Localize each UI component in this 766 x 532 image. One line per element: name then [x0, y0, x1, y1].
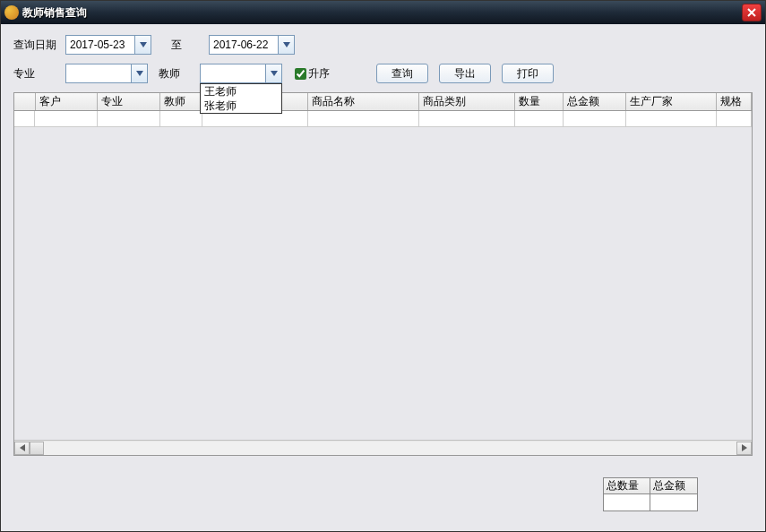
- grid-cell[interactable]: [419, 111, 515, 127]
- teacher-dropdown-list[interactable]: 王老师张老师: [200, 83, 282, 114]
- grid-header-customer[interactable]: 客户: [36, 93, 99, 110]
- summary-col: 总金额: [650, 478, 697, 511]
- summary-col: 总数量: [604, 478, 650, 511]
- chevron-left-icon: [20, 444, 25, 451]
- summary-header: 总金额: [650, 478, 697, 494]
- grid-header-maker[interactable]: 生产厂家: [626, 93, 717, 110]
- chevron-down-icon: [140, 42, 147, 47]
- to-label: 至: [171, 38, 182, 53]
- major-dropdown-btn[interactable]: [132, 64, 148, 83]
- scroll-track[interactable]: [30, 442, 736, 455]
- teacher-dropdown-btn[interactable]: [266, 64, 282, 83]
- query-button[interactable]: 查询: [376, 64, 428, 83]
- grid-cell[interactable]: [626, 111, 717, 127]
- filter-row-2: 专业 教师 王老师张老师 升序 查询 导出 打印: [13, 64, 753, 83]
- date-from-dropdown-btn[interactable]: [135, 35, 151, 55]
- summary-value: [650, 494, 697, 511]
- horizontal-scrollbar[interactable]: [14, 440, 752, 455]
- export-button[interactable]: 导出: [439, 64, 491, 83]
- window-title: 教师销售查询: [22, 5, 742, 21]
- grid-body: [14, 111, 752, 127]
- teacher-label: 教师: [159, 66, 194, 82]
- asc-checkbox-wrap[interactable]: 升序: [295, 66, 330, 82]
- grid-header-major[interactable]: 专业: [98, 93, 160, 110]
- teacher-select[interactable]: [200, 64, 266, 83]
- chevron-right-icon: [742, 444, 747, 451]
- scroll-left-btn[interactable]: [14, 442, 30, 455]
- teacher-option[interactable]: 张老师: [201, 99, 281, 113]
- grid-header-qty[interactable]: 数量: [515, 93, 564, 110]
- grid-header-goodsName[interactable]: 商品名称: [308, 93, 419, 110]
- asc-checkbox[interactable]: [295, 68, 306, 80]
- grid-cell[interactable]: [717, 111, 752, 127]
- grid-header-amount[interactable]: 总金额: [564, 93, 626, 110]
- date-to-input[interactable]: [209, 35, 279, 55]
- results-grid: 客户专业教师商品名称商品类别数量总金额生产厂家规格: [13, 92, 753, 456]
- chevron-down-icon: [283, 42, 290, 47]
- date-label: 查询日期: [13, 38, 65, 53]
- grid-cell[interactable]: [308, 111, 419, 127]
- filter-row-1: 查询日期 至: [13, 35, 753, 55]
- major-select-wrap: [65, 64, 148, 83]
- close-button[interactable]: [742, 4, 762, 21]
- scroll-right-btn[interactable]: [736, 442, 752, 455]
- app-icon: [4, 5, 19, 20]
- content-area: 查询日期 至 专业 教师 王老师张老师 升序 查询 导出 打印: [1, 24, 765, 531]
- date-from-input[interactable]: [65, 35, 135, 55]
- teacher-select-wrap: 王老师张老师: [200, 64, 282, 83]
- summary-table: 总数量总金额: [603, 477, 698, 511]
- grid-header-teacher[interactable]: 教师: [160, 93, 202, 110]
- grid-cell[interactable]: [14, 111, 35, 127]
- grid-cell[interactable]: [515, 111, 564, 127]
- asc-label: 升序: [308, 66, 330, 82]
- date-from-wrap: [65, 35, 151, 55]
- title-bar: 教师销售查询: [1, 1, 765, 24]
- summary-value: [604, 494, 650, 511]
- date-to-wrap: [209, 35, 295, 55]
- chevron-down-icon: [136, 71, 143, 76]
- grid-cell[interactable]: [160, 111, 202, 127]
- major-select[interactable]: [65, 64, 132, 83]
- print-button[interactable]: 打印: [502, 64, 554, 83]
- grid-cell[interactable]: [35, 111, 98, 127]
- summary-header: 总数量: [604, 478, 650, 494]
- grid-header-lead: [14, 93, 36, 110]
- grid-cell[interactable]: [564, 111, 626, 127]
- scroll-thumb[interactable]: [30, 442, 44, 455]
- grid-header-goodsType[interactable]: 商品类别: [419, 93, 515, 110]
- chevron-down-icon: [271, 71, 278, 76]
- date-to-dropdown-btn[interactable]: [279, 35, 295, 55]
- teacher-option[interactable]: 王老师: [201, 84, 281, 99]
- grid-header: 客户专业教师商品名称商品类别数量总金额生产厂家规格: [14, 93, 752, 111]
- action-buttons: 查询 导出 打印: [376, 64, 554, 83]
- grid-header-spec[interactable]: 规格: [717, 93, 752, 110]
- grid-cell[interactable]: [98, 111, 160, 127]
- major-label: 专业: [13, 66, 65, 82]
